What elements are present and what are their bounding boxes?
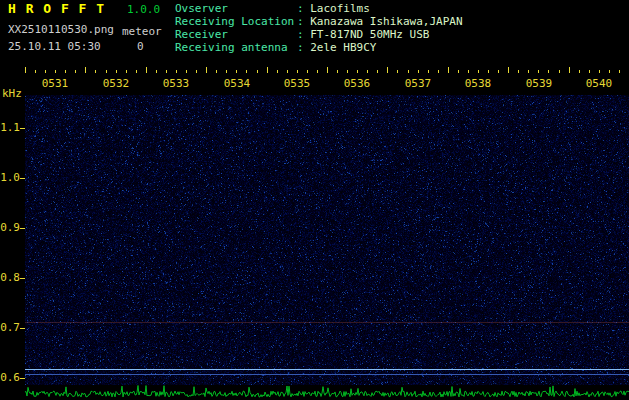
time-axis-label: 0533 (160, 77, 192, 90)
time-tick (498, 70, 499, 73)
time-axis-label: 0534 (221, 77, 253, 90)
time-tick (297, 70, 298, 73)
time-tick (116, 70, 117, 73)
frequency-axis-label: 1.0 (0, 171, 20, 184)
time-tick (226, 70, 227, 73)
info-separator: : (297, 28, 310, 41)
time-tick (85, 67, 86, 73)
info-label: Ovserver (175, 2, 297, 15)
station-info-row: Receiver: FT-817ND 50MHz USB (175, 28, 463, 41)
info-label: Receiving antenna (175, 41, 297, 54)
time-tick (55, 70, 56, 73)
app-version: 1.0.0 (127, 3, 160, 16)
time-tick (458, 70, 459, 73)
time-tick (216, 70, 217, 73)
time-tick (387, 67, 388, 73)
info-separator: : (297, 15, 310, 28)
frequency-axis-label: 0.9 (0, 221, 20, 234)
time-tick (579, 70, 580, 73)
time-axis-label: 0531 (39, 77, 71, 90)
time-tick (95, 70, 96, 73)
info-value: Kanazawa Ishikawa,JAPAN (310, 15, 462, 28)
frequency-axis-label: 1.1 (0, 121, 20, 134)
time-tick (257, 70, 258, 73)
info-value: Lacofilms (310, 2, 370, 15)
time-tick (307, 70, 308, 73)
time-tick (609, 70, 610, 73)
time-tick (528, 70, 529, 73)
time-tick (106, 70, 107, 73)
spectrogram-plot: kHz 053105320533053405350536053705380539… (0, 60, 629, 400)
time-tick (548, 70, 549, 73)
time-tick (478, 70, 479, 73)
time-tick (337, 70, 338, 73)
time-tick (267, 67, 268, 73)
time-tick (438, 70, 439, 73)
time-tick (538, 70, 539, 73)
time-axis-label: 0540 (583, 77, 615, 90)
time-tick (166, 70, 167, 73)
output-filename: XX2510110530.png (8, 23, 114, 36)
time-tick (377, 70, 378, 73)
time-tick (186, 70, 187, 73)
time-tick (599, 70, 600, 73)
time-tick (518, 70, 519, 73)
time-tick (287, 70, 288, 73)
time-tick (126, 70, 127, 73)
info-separator: : (297, 2, 310, 15)
info-label: Receiver (175, 28, 297, 41)
time-axis-label: 0538 (462, 77, 494, 90)
mode-label: meteor (122, 25, 162, 38)
time-tick (176, 70, 177, 73)
info-label: Receiving Location (175, 15, 297, 28)
time-tick (569, 67, 570, 73)
time-tick (277, 70, 278, 73)
time-tick (367, 70, 368, 73)
time-tick (246, 70, 247, 73)
time-tick (35, 70, 36, 73)
spectrogram-canvas (25, 95, 629, 385)
time-tick (45, 70, 46, 73)
station-info-row: Receiving antenna: 2ele HB9CY (175, 41, 463, 54)
time-tick (327, 67, 328, 73)
info-value: 2ele HB9CY (310, 41, 376, 54)
time-tick (357, 70, 358, 73)
frequency-axis-label: 0.7 (0, 321, 20, 334)
time-axis-label: 0537 (402, 77, 434, 90)
time-tick (317, 70, 318, 73)
info-value: FT-817ND 50MHz USB (310, 28, 429, 41)
meteor-count: 0 (137, 40, 144, 53)
time-tick (206, 67, 207, 73)
time-tick (619, 70, 620, 73)
station-info-row: Receiving Location: Kanazawa Ishikawa,JA… (175, 15, 463, 28)
header: H R O F F T 1.0.0 XX2510110530.png meteo… (0, 0, 629, 60)
time-tick (589, 70, 590, 73)
time-tick (25, 67, 26, 73)
time-tick (146, 67, 147, 73)
time-axis-label: 0535 (281, 77, 313, 90)
time-tick (397, 70, 398, 73)
time-axis-label: 0536 (341, 77, 373, 90)
time-tick (156, 70, 157, 73)
time-tick (468, 70, 469, 73)
time-tick (488, 70, 489, 73)
time-tick (75, 70, 76, 73)
frequency-axis-label: 0.8 (0, 271, 20, 284)
time-tick (559, 70, 560, 73)
frequency-axis-label: 0.6 (0, 371, 20, 384)
time-tick (236, 70, 237, 73)
info-separator: : (297, 41, 310, 54)
frequency-unit-label: kHz (2, 87, 22, 100)
signal-level-trace (25, 384, 629, 399)
time-axis-label: 0539 (523, 77, 555, 90)
time-tick (428, 70, 429, 73)
time-tick (196, 70, 197, 73)
app-title: H R O F F T (8, 1, 105, 16)
station-info-row: Ovserver: Lacofilms (175, 2, 463, 15)
time-tick (418, 70, 419, 73)
time-axis-label: 0532 (100, 77, 132, 90)
observation-datetime: 25.10.11 05:30 (8, 40, 101, 53)
time-tick (136, 70, 137, 73)
time-tick (65, 70, 66, 73)
station-info: Ovserver: LacofilmsReceiving Location: K… (175, 2, 463, 54)
